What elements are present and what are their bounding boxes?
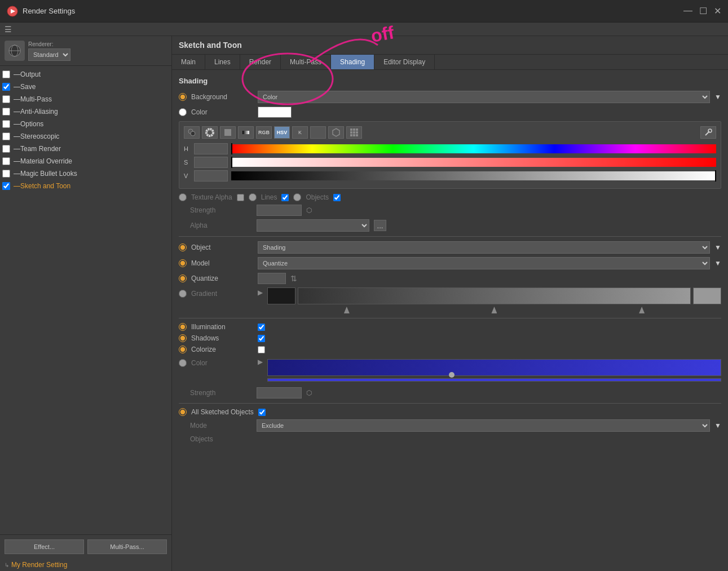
sidebar-item-output[interactable]: —Output	[0, 68, 171, 81]
sidebar-item-multipass[interactable]: —Multi-Pass	[0, 93, 171, 105]
strength-input[interactable]: 100 %	[257, 205, 302, 216]
shadows-checkbox[interactable]	[258, 335, 265, 342]
sidebar-item-sketchandtoon[interactable]: —Sketch and Toon	[0, 180, 171, 192]
sidebar-nav: —Output —Save —Multi-Pass —Anti-Aliasing…	[0, 66, 171, 534]
tab-multipass[interactable]: Multi-Pass	[281, 55, 331, 69]
background-select[interactable]: Color	[258, 91, 710, 103]
teamrender-checkbox[interactable]	[2, 145, 10, 153]
background-radio[interactable]	[179, 93, 187, 101]
svg-point-8	[206, 129, 213, 136]
tab-shading[interactable]: Shading	[331, 55, 374, 69]
right-panel: Sketch and Toon Main Lines Render Multi-…	[172, 36, 728, 571]
hamburger-icon[interactable]: ☰	[5, 25, 12, 34]
shadows-row: Shadows	[179, 334, 721, 342]
shadows-radio[interactable]	[179, 334, 187, 342]
colorize-radio[interactable]	[179, 346, 187, 353]
sat-value-input[interactable]: 0 %	[194, 157, 228, 168]
mode-select[interactable]: Exclude	[257, 419, 710, 432]
sidebar-item-save[interactable]: —Save	[0, 81, 171, 93]
color-mode-hsv[interactable]: HSV	[274, 126, 290, 139]
color-mode-wheel[interactable]	[202, 126, 218, 139]
color-mode-mix[interactable]	[184, 126, 200, 139]
tab-main[interactable]: Main	[172, 55, 205, 69]
gradient-radio[interactable]	[179, 290, 187, 298]
magicbullet-checkbox[interactable]	[2, 170, 10, 178]
antialiasing-checkbox[interactable]	[2, 108, 10, 116]
stereoscopic-checkbox[interactable]	[2, 132, 10, 140]
sat-slider[interactable]	[231, 158, 716, 167]
gradient-stop-2[interactable]	[491, 307, 497, 313]
save-checkbox[interactable]	[2, 83, 10, 91]
strength2-input[interactable]: 100 %	[257, 387, 302, 399]
options-checkbox[interactable]	[2, 120, 10, 128]
svg-rect-14	[319, 133, 322, 136]
color-mode-rect[interactable]	[220, 126, 236, 139]
color-mode-cmyk[interactable]	[310, 126, 326, 139]
eyedropper-btn[interactable]	[700, 126, 716, 139]
alpha-select[interactable]	[257, 219, 369, 232]
render-setting-item[interactable]: ↳ My Render Setting	[0, 559, 171, 571]
objects-ta-checkbox[interactable]	[333, 194, 341, 201]
quantize-input[interactable]: 6	[258, 273, 286, 284]
lines-ta-radio[interactable]	[249, 193, 257, 201]
minimize-btn[interactable]: —	[683, 6, 692, 16]
hue-slider[interactable]	[231, 144, 716, 153]
color-preview-swatch[interactable]	[258, 107, 292, 118]
sidebar-item-materialoverride[interactable]: —Material Override	[0, 155, 171, 167]
color-mode-gradient[interactable]	[238, 126, 254, 139]
objects-ta-radio[interactable]	[293, 193, 301, 201]
shadows-label: Shadows	[191, 334, 253, 342]
texture-alpha-checkbox[interactable]	[237, 194, 244, 201]
color-radio[interactable]	[179, 108, 187, 116]
sidebar-item-options[interactable]: —Options	[0, 118, 171, 130]
illumination-radio[interactable]	[179, 323, 187, 331]
color-mode-grid[interactable]	[346, 126, 362, 139]
gradient-bar[interactable]	[298, 287, 691, 304]
model-select[interactable]: Quantize	[258, 257, 710, 269]
val-value-input[interactable]: 100 %	[194, 170, 228, 182]
colorize-gradient-bar[interactable]	[267, 359, 721, 376]
quantize-radio[interactable]	[179, 275, 187, 282]
lines-ta-checkbox[interactable]	[281, 194, 289, 201]
tab-lines[interactable]: Lines	[205, 55, 240, 69]
color-mode-k[interactable]: K	[292, 126, 308, 139]
maximize-btn[interactable]: ☐	[699, 6, 707, 16]
sidebar-item-teamrender[interactable]: —Team Render	[0, 143, 171, 155]
texture-alpha-radio[interactable]	[179, 193, 187, 201]
all-sketched-checkbox[interactable]	[258, 409, 266, 416]
model-row: Model Quantize ▼	[179, 257, 721, 269]
sketchandtoon-checkbox[interactable]	[2, 182, 10, 190]
effect-button[interactable]: Effect...	[5, 539, 84, 554]
strength2-spinner[interactable]: ⬡	[306, 389, 312, 397]
quantize-spinner[interactable]: ⇅	[290, 274, 297, 283]
output-checkbox[interactable]	[2, 70, 10, 78]
color-mode-rgb[interactable]: RGB	[256, 126, 272, 139]
illumination-checkbox[interactable]	[258, 324, 265, 331]
all-sketched-radio[interactable]	[179, 408, 187, 416]
gradient-stop-3[interactable]	[639, 307, 645, 313]
multipass-button[interactable]: Multi-Pass...	[87, 539, 167, 554]
sidebar-item-stereoscopic[interactable]: —Stereoscopic	[0, 130, 171, 143]
sidebar-item-magicbullet[interactable]: —Magic Bullet Looks	[0, 167, 171, 180]
alpha-extra-btn[interactable]: ...	[374, 220, 386, 231]
strength-spinner[interactable]: ⬡	[306, 206, 312, 214]
all-sketched-label: All Sketched Objects	[191, 408, 254, 416]
object-radio[interactable]	[179, 244, 187, 251]
tab-editordisplay[interactable]: Editor Display	[374, 55, 435, 69]
val-slider[interactable]	[231, 171, 716, 180]
hue-value-input[interactable]: 0 °	[194, 143, 228, 154]
renderer-select[interactable]: Standard	[28, 48, 70, 61]
model-radio[interactable]	[179, 259, 187, 267]
multipass-checkbox[interactable]	[2, 95, 10, 103]
materialoverride-checkbox[interactable]	[2, 157, 10, 165]
close-btn[interactable]: ✕	[714, 6, 721, 16]
gradient-stop-1[interactable]	[344, 307, 350, 313]
tab-render[interactable]: Render	[240, 55, 281, 69]
color-mode-hex[interactable]	[328, 126, 344, 139]
sidebar-item-antialiasing[interactable]: —Anti-Aliasing	[0, 105, 171, 118]
object-select[interactable]: Shading	[258, 241, 710, 254]
color2-radio[interactable]	[179, 359, 187, 367]
render-setting-label: My Render Setting	[11, 561, 67, 569]
colorize-gradient-stop[interactable]	[449, 372, 455, 378]
colorize-checkbox[interactable]	[258, 346, 265, 353]
